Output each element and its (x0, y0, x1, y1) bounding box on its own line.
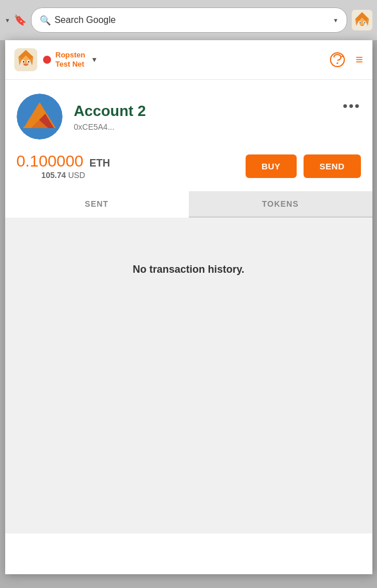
bookmark-icon[interactable]: 🔖 (14, 14, 26, 26)
search-bar[interactable]: 🔍 Search Google ▼ (31, 7, 347, 33)
eth-balance-denom: ETH (90, 157, 110, 169)
tab-dropdown-arrow[interactable]: ▼ (5, 17, 10, 24)
header-actions: ≡ (328, 51, 363, 69)
account-top-row: Account 2 0xCE5A4... ••• (17, 94, 361, 140)
eth-balance-display: 0.100000 ETH (17, 152, 110, 171)
network-dropdown-chevron[interactable]: ▼ (91, 56, 98, 64)
send-button[interactable]: SEND (304, 154, 361, 178)
account-name: Account 2 (74, 102, 343, 120)
network-name-line2: Test Net (56, 60, 85, 69)
account-balance-row: 0.100000 ETH 105.74 USD BUY SEND (17, 152, 361, 180)
hamburger-menu-icon[interactable]: ≡ (356, 52, 363, 67)
no-history-message: No transaction history. (133, 264, 244, 276)
browser-controls: ▼ 🔖 (5, 14, 26, 26)
search-input[interactable]: Search Google (55, 15, 333, 25)
network-selector[interactable]: Ropsten Test Net ▼ (43, 51, 328, 68)
svg-point-8 (364, 22, 366, 24)
search-dropdown-arrow[interactable]: ▼ (333, 17, 339, 24)
account-address[interactable]: 0xCE5A4... (74, 122, 343, 131)
usd-balance-denom: USD (68, 171, 85, 180)
account-avatar (17, 94, 63, 140)
action-buttons: BUY SEND (246, 154, 361, 178)
balance-info: 0.100000 ETH 105.74 USD (17, 152, 110, 180)
svg-point-17 (22, 61, 24, 62)
buy-button[interactable]: BUY (246, 154, 297, 178)
account-section: Account 2 0xCE5A4... ••• 0.100000 ETH 10… (5, 80, 372, 191)
browser-toolbar: ▼ 🔖 🔍 Search Google ▼ (0, 0, 377, 40)
tab-sent[interactable]: SENT (5, 191, 189, 218)
metamask-logo (14, 48, 37, 71)
svg-point-20 (336, 63, 338, 64)
search-icon: 🔍 (40, 15, 51, 26)
eth-balance-value: 0.100000 (17, 152, 84, 170)
tab-tokens[interactable]: TOKENS (189, 191, 372, 216)
account-info: Account 2 0xCE5A4... (74, 102, 343, 131)
support-icon[interactable] (328, 51, 347, 69)
transaction-history-panel: No transaction history. (5, 218, 372, 533)
metamask-extension-icon[interactable] (352, 10, 372, 30)
usd-balance-display: 105.74 USD (17, 171, 110, 180)
metamask-popup: Ropsten Test Net ▼ ≡ (5, 40, 372, 574)
svg-point-18 (28, 61, 29, 62)
account-options-button[interactable]: ••• (343, 98, 360, 114)
mm-header: Ropsten Test Net ▼ ≡ (5, 40, 372, 80)
usd-balance-value: 105.74 (41, 171, 66, 180)
network-name-line1: Ropsten (56, 51, 85, 60)
svg-point-7 (360, 22, 361, 24)
network-status-dot (43, 56, 51, 64)
tabs-bar: SENT TOKENS (5, 191, 372, 218)
